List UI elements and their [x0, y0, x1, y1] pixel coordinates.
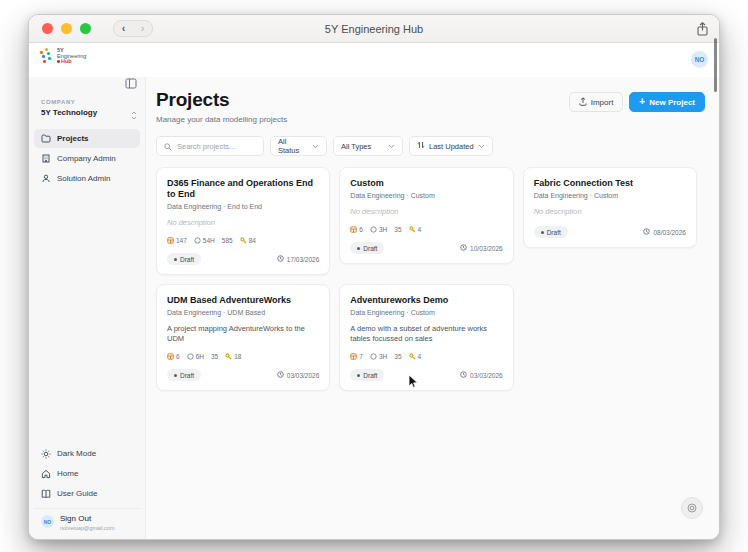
- key-icon: [409, 353, 416, 360]
- project-card[interactable]: Adventureworks Demo Data Engineering · C…: [339, 284, 513, 391]
- chevron-down-icon: [388, 142, 395, 151]
- stat-value: 585: [222, 237, 233, 244]
- stat-value: 35: [394, 353, 401, 360]
- sidebar-item-label: Company Admin: [57, 154, 116, 163]
- upload-icon: [579, 97, 587, 108]
- sort-button[interactable]: Last Updated: [409, 136, 493, 156]
- back-button[interactable]: ‹: [122, 23, 126, 34]
- header-actions: Import + New Project: [569, 92, 705, 112]
- scrollbar-thumb[interactable]: [714, 38, 717, 92]
- project-title: Fabric Connection Test: [534, 178, 686, 189]
- stat-value: 18: [234, 353, 241, 360]
- project-date: 03/03/2026: [460, 371, 503, 379]
- status-filter-value: All Status: [278, 137, 306, 155]
- new-project-button[interactable]: + New Project: [629, 92, 705, 112]
- stat-value: 84: [249, 237, 256, 244]
- zoom-window-button[interactable]: [80, 23, 91, 34]
- sidebar-nav: Projects Company Admin: [29, 129, 145, 188]
- user-avatar[interactable]: NO: [691, 51, 708, 68]
- company-selector[interactable]: COMPANY 5Y Technology: [41, 99, 135, 117]
- titlebar: ‹ › 5Y Engineering Hub: [29, 15, 719, 43]
- project-card[interactable]: Fabric Connection Test Data Engineering …: [523, 167, 697, 248]
- stat-value: 6: [359, 226, 363, 233]
- app-logo[interactable]: 5Y Engineering Hub: [39, 48, 86, 65]
- project-card[interactable]: D365 Finance and Operations End to End D…: [156, 167, 330, 275]
- import-label: Import: [591, 98, 614, 107]
- sidebar-item-home[interactable]: Home: [34, 464, 140, 483]
- sidebar-item-user-guide[interactable]: User Guide: [34, 484, 140, 503]
- project-description: A demo with a subset of adventure works …: [350, 324, 502, 344]
- search-input[interactable]: [177, 142, 256, 151]
- footer-item-label: User Guide: [57, 489, 97, 498]
- project-title: UDM Based AdventureWorks: [167, 295, 319, 306]
- sign-out-label: Sign Out: [60, 514, 115, 523]
- app-window: ‹ › 5Y Engineering Hub: [28, 14, 720, 540]
- sidebar-item-company-admin[interactable]: Company Admin: [34, 149, 140, 168]
- sidebar-item-solution-admin[interactable]: Solution Admin: [34, 169, 140, 188]
- project-date: 17/03/2026: [277, 255, 320, 263]
- building-icon: [41, 154, 51, 163]
- project-stats: 6 6H 35 18: [167, 353, 319, 360]
- project-description: No description: [350, 207, 502, 217]
- minimize-window-button[interactable]: [61, 23, 72, 34]
- project-meta: Data Engineering · Custom: [534, 192, 686, 199]
- history-nav: ‹ ›: [113, 20, 153, 37]
- page-subtitle: Manage your data modelling projects: [156, 115, 705, 124]
- sidebar-footer: Dark Mode Home Use: [29, 444, 145, 539]
- forward-button[interactable]: ›: [141, 23, 145, 34]
- project-title: D365 Finance and Operations End to End: [167, 178, 319, 200]
- search-icon: [164, 137, 172, 155]
- footer-item-label: Home: [57, 469, 78, 478]
- clock-icon: [194, 237, 201, 244]
- project-title: Adventureworks Demo: [350, 295, 502, 306]
- logo-text-line3: Hub: [57, 59, 86, 65]
- share-icon[interactable]: [697, 22, 708, 40]
- stat-value: 3H: [379, 226, 387, 233]
- sign-out-button[interactable]: NO Sign Out notxeiuap@gmail.com: [34, 508, 140, 531]
- company-name: 5Y Technology: [41, 108, 135, 117]
- chevron-down-icon: [312, 142, 319, 151]
- project-card[interactable]: UDM Based AdventureWorks Data Engineerin…: [156, 284, 330, 391]
- plus-icon: +: [639, 97, 645, 107]
- sidebar-item-label: Projects: [57, 134, 89, 143]
- type-filter-select[interactable]: All Types: [333, 136, 403, 156]
- clock-icon: [370, 226, 377, 233]
- project-date: 08/03/2026: [643, 228, 686, 236]
- project-meta: Data Engineering · UDM Based: [167, 309, 319, 316]
- project-title: Custom: [350, 178, 502, 189]
- stat-value: 7: [359, 353, 363, 360]
- stat-value: 35: [211, 353, 218, 360]
- project-card[interactable]: Custom Data Engineering · Custom No desc…: [339, 167, 513, 264]
- status-badge: Draft: [350, 242, 384, 254]
- table-icon: [350, 353, 357, 360]
- new-project-label: New Project: [649, 98, 695, 107]
- clock-icon: [460, 244, 467, 252]
- project-stats: 7 3H 35 4: [350, 353, 502, 360]
- stat-value: 6: [176, 353, 180, 360]
- help-widget-button[interactable]: [681, 497, 703, 519]
- project-meta: Data Engineering · Custom: [350, 192, 502, 199]
- project-meta: Data Engineering · Custom: [350, 309, 502, 316]
- sort-arrows-icon: [417, 141, 425, 151]
- sidebar-collapse-icon[interactable]: [125, 75, 137, 93]
- stat-value: 54H: [203, 237, 215, 244]
- company-chevrons-icon: [131, 106, 137, 124]
- table-icon: [167, 237, 174, 244]
- status-filter-select[interactable]: All Status: [270, 136, 327, 156]
- sidebar-item-projects[interactable]: Projects: [34, 129, 140, 148]
- key-icon: [240, 237, 247, 244]
- user-email: notxeiuap@gmail.com: [60, 525, 115, 531]
- import-button[interactable]: Import: [569, 92, 624, 112]
- search-box: [156, 136, 264, 156]
- stat-value: 6H: [196, 353, 204, 360]
- clock-icon: [187, 353, 194, 360]
- clock-icon: [277, 371, 284, 379]
- key-icon: [409, 226, 416, 233]
- stat-value: 35: [394, 226, 401, 233]
- dark-mode-toggle[interactable]: Dark Mode: [34, 444, 140, 463]
- project-stats: 6 3H 35 4: [350, 226, 502, 233]
- traffic-lights: [42, 23, 91, 34]
- close-window-button[interactable]: [42, 23, 53, 34]
- logo-dots-icon: [39, 48, 54, 64]
- key-icon: [225, 353, 232, 360]
